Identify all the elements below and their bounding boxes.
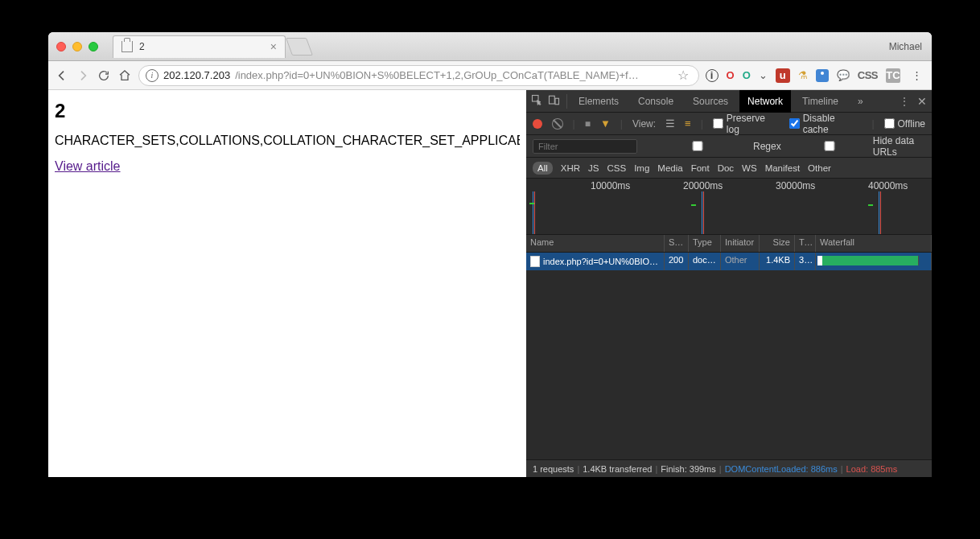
extension-tc-icon[interactable]: TC — [886, 68, 900, 83]
tab-timeline[interactable]: Timeline — [794, 90, 846, 113]
status-finish: Finish: 399ms — [661, 464, 715, 474]
request-waterfall — [816, 253, 932, 270]
chrome-menu-button[interactable]: ⋮ — [908, 69, 925, 81]
url-input[interactable]: i 202.120.7.203/index.php?id=0+UN%0BION+… — [138, 65, 699, 86]
filter-other[interactable]: Other — [808, 163, 831, 173]
col-type[interactable]: Type — [689, 235, 721, 252]
request-table-empty — [526, 270, 932, 459]
extension-omega-green-icon[interactable]: O — [743, 69, 751, 81]
request-type: docu… — [689, 253, 721, 270]
hide-data-urls-checkbox[interactable]: Hide data URLs — [789, 135, 925, 158]
forward-button[interactable] — [76, 68, 90, 83]
filter-xhr[interactable]: XHR — [561, 163, 580, 173]
profile-label[interactable]: Michael — [889, 41, 922, 52]
network-toolbar: | ■ ▼ | View: ☰ ≡ | Preserve log Disable… — [526, 113, 932, 135]
new-tab-button[interactable] — [286, 38, 313, 56]
preserve-log-checkbox[interactable]: Preserve log — [713, 113, 780, 135]
col-initiator[interactable]: Initiator — [721, 235, 760, 252]
address-bar: i 202.120.7.203/index.php?id=0+UN%0BION+… — [48, 61, 932, 90]
view-waterfall-icon[interactable]: ≡ — [685, 117, 691, 130]
favicon-icon — [121, 41, 133, 52]
filter-css[interactable]: CSS — [607, 163, 626, 173]
request-initiator: Other — [721, 253, 760, 270]
extension-css-icon[interactable]: CSS — [858, 69, 878, 81]
extensions: i O O ⌄ u ⚗ 💬 CSS TC ⋮ — [706, 68, 925, 83]
request-size: 1.4KB — [760, 253, 795, 270]
filter-toggle-icon[interactable]: ▼ — [600, 117, 611, 130]
page-content: 2 CHARACTER_SETS,COLLATIONS,COLLATION_CH… — [48, 90, 526, 477]
status-load: Load: 885ms — [846, 464, 898, 474]
filter-img[interactable]: Img — [634, 163, 649, 173]
filter-input[interactable] — [533, 139, 637, 154]
extension-ublock-icon[interactable]: u — [776, 68, 790, 83]
request-row[interactable]: index.php?id=0+UN%0BIO… 200 docu… Other … — [526, 253, 932, 270]
extension-pocket-icon[interactable]: ⌄ — [759, 69, 768, 81]
view-list-icon[interactable]: ☰ — [665, 117, 675, 130]
page-heading: 2 — [55, 100, 520, 122]
devtools-panel: Elements Console Sources Network Timelin… — [526, 90, 932, 477]
col-time[interactable]: Ti… — [795, 235, 816, 252]
record-button[interactable] — [533, 119, 542, 129]
offline-checkbox[interactable]: Offline — [884, 118, 925, 130]
minimize-window-button[interactable] — [72, 42, 82, 51]
screenshot-icon[interactable]: ■ — [585, 118, 591, 130]
regex-checkbox[interactable]: Regex — [645, 141, 781, 152]
inspect-element-icon[interactable] — [531, 94, 543, 109]
view-article-link[interactable]: View article — [55, 159, 121, 173]
site-info-icon[interactable]: i — [146, 69, 159, 82]
url-host: 202.120.7.203 — [163, 69, 230, 81]
col-status[interactable]: St… — [665, 235, 689, 252]
clear-button[interactable] — [552, 118, 563, 130]
titlebar: 2 × Michael — [48, 32, 932, 61]
filter-media[interactable]: Media — [657, 163, 682, 173]
close-window-button[interactable] — [56, 42, 66, 51]
devtools-tabs: Elements Console Sources Network Timelin… — [526, 90, 932, 113]
status-dcl: DOMContentLoaded: 886ms — [725, 464, 838, 474]
tab-title: 2 — [139, 41, 145, 52]
reload-button[interactable] — [97, 68, 111, 83]
status-requests: 1 requests — [533, 464, 574, 474]
maximize-window-button[interactable] — [89, 42, 98, 51]
extension-pin-icon[interactable] — [816, 69, 829, 82]
back-button[interactable] — [55, 68, 69, 83]
tab-network[interactable]: Network — [739, 90, 791, 113]
filter-js[interactable]: JS — [588, 163, 599, 173]
filter-doc[interactable]: Doc — [718, 163, 734, 173]
browser-window: 2 × Michael i 202.120.7.203/index.php?id… — [48, 32, 932, 477]
col-waterfall[interactable]: Waterfall — [816, 235, 932, 252]
browser-tab[interactable]: 2 × — [113, 35, 286, 58]
extension-info-icon[interactable]: i — [706, 69, 719, 82]
page-body-text: CHARACTER_SETS,COLLATIONS,COLLATION_CHAR… — [55, 134, 520, 148]
filter-font[interactable]: Font — [691, 163, 710, 173]
network-filter-bar: Regex Hide data URLs — [526, 135, 932, 158]
view-label: View: — [632, 118, 656, 130]
home-button[interactable] — [117, 68, 132, 83]
status-transferred: 1.4KB transferred — [583, 464, 652, 474]
url-path: /index.php?id=0+UN%0BION+S%0BELECT+1,2,G… — [235, 69, 669, 81]
request-name: index.php?id=0+UN%0BIO… — [543, 257, 658, 266]
file-icon — [530, 256, 540, 267]
device-toggle-icon[interactable] — [548, 94, 560, 109]
request-time: 3… — [795, 253, 816, 270]
extension-chat-icon[interactable]: 💬 — [837, 69, 850, 81]
tab-sources[interactable]: Sources — [685, 90, 736, 113]
filter-ws[interactable]: WS — [742, 163, 757, 173]
extension-beaker-icon[interactable]: ⚗ — [798, 69, 808, 81]
close-tab-button[interactable]: × — [270, 40, 277, 53]
devtools-menu-button[interactable]: ⋮ — [900, 96, 909, 107]
filter-manifest[interactable]: Manifest — [765, 163, 800, 173]
timeline-overview[interactable]: 10000ms 20000ms 30000ms 40000ms — [526, 179, 932, 235]
network-status-bar: 1 requests | 1.4KB transferred | Finish:… — [526, 459, 932, 477]
tab-more[interactable]: » — [850, 90, 871, 113]
extension-omega-red-icon[interactable]: O — [727, 69, 735, 81]
tab-elements[interactable]: Elements — [570, 90, 627, 113]
filter-types: All XHR JS CSS Img Media Font Doc WS Man… — [526, 158, 932, 179]
tab-console[interactable]: Console — [630, 90, 681, 113]
disable-cache-checkbox[interactable]: Disable cache — [789, 113, 863, 135]
col-name[interactable]: Name — [526, 235, 665, 252]
devtools-close-button[interactable]: ✕ — [917, 95, 927, 108]
filter-all[interactable]: All — [533, 162, 553, 175]
bookmark-star-icon[interactable]: ☆ — [674, 68, 692, 83]
window-controls — [56, 42, 98, 51]
col-size[interactable]: Size — [760, 235, 795, 252]
